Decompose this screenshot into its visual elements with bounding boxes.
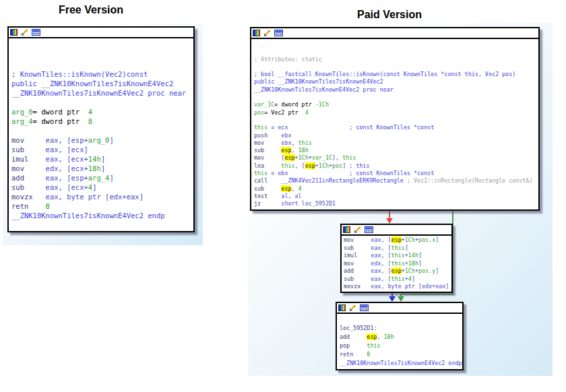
- asm-line[interactable]: mov [esp+1Ch+var_1C], this: [254, 154, 356, 161]
- asm-line[interactable]: add eax, [esp+1Ch+pos.y]: [344, 267, 439, 274]
- asm-line[interactable]: mov edx, [ecx+18h]: [11, 164, 105, 172]
- paid-graph-canvas[interactable]: ; Attributes: static ; bool __fastcall K…: [248, 23, 553, 376]
- asm-line[interactable]: arg_0= dword ptr 4: [11, 108, 92, 116]
- asm-line[interactable]: movzx eax, byte ptr [edx+eax]: [11, 193, 144, 201]
- asm-line[interactable]: sub esp, 18h: [254, 147, 309, 154]
- node-color-icon[interactable]: [10, 29, 19, 36]
- asm-line[interactable]: sub eax, [ecx]: [11, 145, 88, 154]
- paid-version-title: Paid Version: [248, 9, 531, 21]
- edit-node-icon[interactable]: [349, 304, 358, 311]
- asm-line[interactable]: add eax, [esp+arg_4]: [11, 174, 114, 182]
- asm-line[interactable]: retn 8: [11, 202, 50, 210]
- asm-line[interactable]: sub esp, 4: [254, 185, 302, 192]
- asm-line[interactable]: public __ZNK10KnownTiles7isKnownE4Vec2: [11, 79, 173, 88]
- asm-line[interactable]: call __ZNK4Vec211inRectangleERK9Rectangl…: [254, 177, 532, 184]
- asm-line[interactable]: __ZNK10KnownTiles7isKnownE4Vec2 proc nea…: [11, 89, 186, 97]
- text-view-icon[interactable]: [32, 29, 40, 36]
- asm-line[interactable]: mov ebx, this: [254, 139, 312, 146]
- edit-node-icon[interactable]: [21, 29, 30, 36]
- free-version-title: Free Version: [0, 4, 182, 16]
- free-disassembly-text[interactable]: ; KnownTiles::isKnown(Vec2)const public …: [9, 38, 193, 222]
- asm-line[interactable]: ; bool __fastcall KnownTiles::isKnown(co…: [254, 71, 515, 77]
- asm-line[interactable]: sub eax, [this]: [344, 244, 408, 251]
- fallthrough-arrowhead: [389, 296, 396, 302]
- paid-main-block-node[interactable]: ; Attributes: static ; bool __fastcall K…: [250, 27, 540, 211]
- asm-line[interactable]: pop this: [340, 342, 381, 349]
- asm-line[interactable]: test al, al: [254, 193, 302, 199]
- paid-true-branch-node[interactable]: mov eax, [esp+1Ch+pos.x] sub eax, [this]…: [340, 224, 453, 293]
- asm-line[interactable]: imul eax, [this+14h]: [344, 252, 422, 259]
- node-titlebar: [342, 225, 451, 236]
- asm-line[interactable]: public __ZNK10KnownTiles7isKnownE4Vec2: [254, 78, 383, 85]
- paid-exit-disassembly-text[interactable]: loc_5952D1: add esp, 18h pop this retn 8…: [337, 314, 462, 369]
- asm-line[interactable]: lea this, [esp+1Ch+pos] ; this: [254, 162, 370, 169]
- text-view-icon[interactable]: [274, 30, 283, 36]
- edit-node-icon[interactable]: [354, 226, 363, 233]
- asm-line[interactable]: sub eax, [ecx+4]: [11, 183, 96, 191]
- asm-line[interactable]: pos= Vec2 ptr 4: [254, 109, 309, 116]
- text-view-icon[interactable]: [360, 304, 369, 311]
- node-color-icon[interactable]: [338, 304, 347, 311]
- jump-taken-arrowhead: [398, 296, 404, 302]
- asm-line[interactable]: __ZNK10KnownTiles7isKnownE4Vec2 endp: [11, 211, 165, 220]
- free-graph-canvas[interactable]: ; KnownTiles::isKnown(Vec2)const public …: [3, 24, 203, 245]
- asm-line[interactable]: sub eax, [this+4]: [344, 275, 415, 282]
- asm-line[interactable]: mov eax, [esp+1Ch+pos.x]: [344, 236, 439, 243]
- edit-node-icon[interactable]: [263, 30, 272, 36]
- jump-not-taken-arrowhead: [386, 218, 393, 224]
- asm-line[interactable]: jz short loc_5952D1: [254, 200, 336, 207]
- asm-line[interactable]: this = ecx ; const KnownTiles *const: [254, 124, 434, 131]
- node-color-icon[interactable]: [343, 226, 352, 233]
- asm-line[interactable]: imul eax, [ecx+14h]: [11, 155, 105, 163]
- asm-line[interactable]: __ZNK10KnownTiles7isKnownE4Vec2 endp: [340, 360, 462, 366]
- node-titlebar: [337, 303, 462, 314]
- asm-line[interactable]: add esp, 18h: [340, 333, 394, 340]
- asm-line[interactable]: push ebx: [254, 132, 291, 139]
- asm-line[interactable]: this = ebx ; const KnownTiles *const: [254, 170, 434, 176]
- free-code-node[interactable]: ; KnownTiles::isKnown(Vec2)const public …: [7, 26, 195, 232]
- node-titlebar: [251, 28, 538, 39]
- node-color-icon[interactable]: [253, 30, 261, 36]
- asm-line[interactable]: arg_4= dword ptr 8: [11, 117, 92, 125]
- asm-line[interactable]: movzx eax, byte ptr [edx+eax]: [344, 283, 449, 290]
- paid-main-disassembly-text[interactable]: ; Attributes: static ; bool __fastcall K…: [251, 39, 538, 209]
- node-titlebar: [9, 28, 193, 38]
- paid-branch-disassembly-text[interactable]: mov eax, [esp+1Ch+pos.x] sub eax, [this]…: [342, 236, 451, 292]
- asm-line[interactable]: mov edx, [this+18h]: [344, 260, 422, 267]
- asm-line[interactable]: loc_5952D1:: [340, 325, 377, 331]
- asm-line[interactable]: ; KnownTiles::isKnown(Vec2)const: [11, 70, 148, 78]
- asm-line[interactable]: var_1C= dword ptr -1Ch: [254, 101, 329, 108]
- asm-line[interactable]: mov eax, [esp+arg_0]: [11, 136, 114, 144]
- asm-line[interactable]: ; Attributes: static: [254, 56, 322, 63]
- text-view-icon[interactable]: [365, 226, 373, 233]
- asm-line[interactable]: retn 8: [340, 351, 370, 358]
- asm-line[interactable]: __ZNK10KnownTiles7isKnownE4Vec2 proc nea…: [254, 86, 394, 93]
- paid-exit-block-node[interactable]: loc_5952D1: add esp, 18h pop this retn 8…: [336, 302, 464, 370]
